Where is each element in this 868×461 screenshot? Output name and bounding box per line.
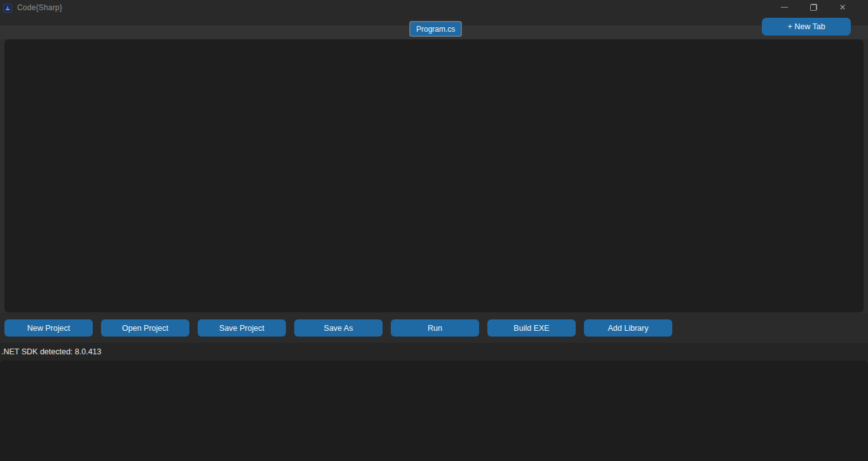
tab-program-cs[interactable]: Program.cs [409,21,462,37]
status-bar: .NET SDK detected: 8.0.413 [0,343,868,361]
minimize-icon [781,7,788,8]
close-icon: ✕ [839,3,846,11]
title-bar: Code{Sharp} [0,0,868,15]
code-editor[interactable] [4,39,864,312]
build-exe-button[interactable]: Build EXE [487,319,576,337]
save-project-button[interactable]: Save Project [198,319,286,337]
new-tab-button[interactable]: + New Tab [762,18,851,36]
output-console[interactable] [0,361,868,461]
new-project-button[interactable]: New Project [4,319,93,337]
save-as-button[interactable]: Save As [294,319,383,337]
close-button[interactable]: ✕ [828,0,857,14]
open-project-button[interactable]: Open Project [101,319,189,337]
editor-area [0,39,868,313]
window-controls: ✕ [770,0,868,14]
window-title: Code{Sharp} [17,3,62,12]
maximize-restore-button[interactable] [799,0,828,14]
run-button[interactable]: Run [391,319,479,337]
toolbar: New Project Open Project Save Project Sa… [0,313,868,343]
add-library-button[interactable]: Add Library [584,319,672,337]
minimize-button[interactable] [770,0,799,14]
header: Code{Sharp} ✕ Program.cs + New Tab [0,0,868,39]
sdk-status-text: .NET SDK detected: 8.0.413 [1,347,102,356]
app-icon [3,4,12,13]
restore-icon [810,4,817,11]
